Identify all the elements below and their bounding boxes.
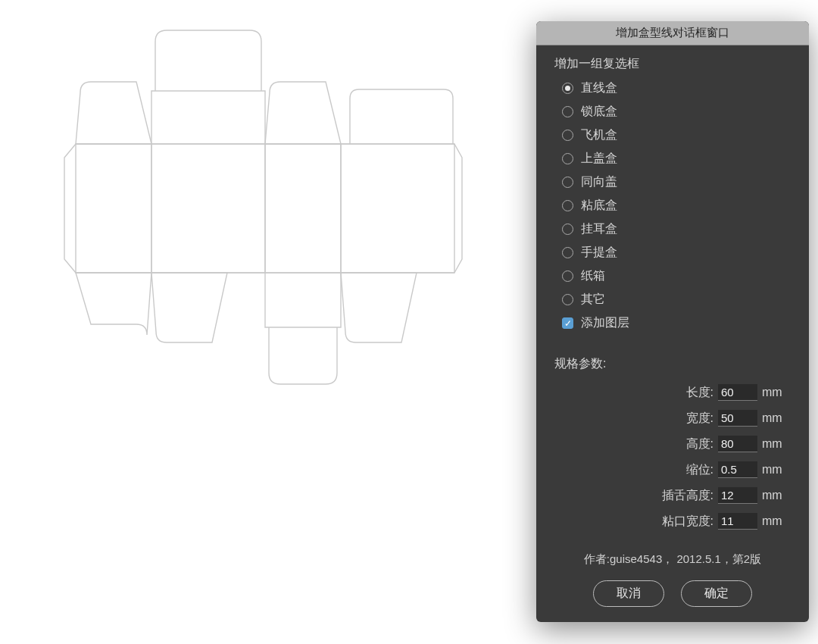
cancel-button[interactable]: 取消	[593, 580, 664, 607]
box-type-label: 飞机盒	[581, 127, 617, 143]
radio-icon	[562, 270, 573, 282]
dialog-buttons: 取消 确定	[554, 580, 791, 607]
box-type-label: 粘底盒	[581, 198, 617, 214]
param-label: 插舌高度:	[630, 488, 713, 504]
params-section-label: 规格参数:	[554, 356, 791, 372]
box-type-option[interactable]: 飞机盒	[562, 123, 791, 147]
param-unit: mm	[762, 411, 791, 425]
svg-rect-1	[151, 144, 265, 273]
param-row-width: 宽度:mm	[554, 405, 791, 431]
radio-icon	[562, 224, 573, 235]
param-label: 粘口宽度:	[630, 514, 713, 530]
checkbox-icon: ✓	[562, 317, 573, 329]
box-type-option[interactable]: 其它	[562, 288, 791, 311]
radio-icon	[562, 177, 573, 188]
param-row-tongue_h: 插舌高度:mm	[554, 483, 791, 508]
param-row-height: 高度:mm	[554, 431, 791, 457]
box-type-option[interactable]: 手提盒	[562, 241, 791, 264]
box-type-label: 挂耳盒	[581, 221, 617, 237]
svg-rect-0	[76, 144, 151, 273]
inset-input[interactable]	[718, 461, 757, 478]
box-dieline-svg	[0, 0, 545, 455]
param-unit: mm	[762, 386, 791, 399]
add-box-dialog: 增加盒型线对话框窗口 增加一组复选框 直线盒锁底盒飞机盒上盖盒同向盖粘底盒挂耳盒…	[536, 21, 809, 622]
radio-icon	[562, 83, 573, 94]
param-row-glue_w: 粘口宽度:mm	[554, 508, 791, 534]
radio-icon	[562, 130, 573, 141]
box-type-option[interactable]: 上盖盒	[562, 147, 791, 170]
param-label: 长度:	[630, 385, 713, 401]
radio-icon	[562, 247, 573, 258]
canvas-dieline	[0, 0, 545, 644]
box-type-option[interactable]: 挂耳盒	[562, 217, 791, 241]
svg-rect-3	[341, 144, 454, 273]
box-type-label: 直线盒	[581, 80, 617, 96]
box-type-option[interactable]: 直线盒	[562, 77, 791, 100]
width-input[interactable]	[718, 410, 757, 427]
param-unit: mm	[762, 437, 791, 451]
dialog-title: 增加盒型线对话框窗口	[536, 21, 809, 45]
dialog-body: 增加一组复选框 直线盒锁底盒飞机盒上盖盒同向盖粘底盒挂耳盒手提盒纸箱其它✓添加图…	[536, 45, 809, 622]
add-layer-label: 添加图层	[581, 315, 629, 331]
box-type-label: 锁底盒	[581, 104, 617, 120]
param-label: 高度:	[630, 436, 713, 452]
param-row-length: 长度:mm	[554, 380, 791, 405]
box-type-option[interactable]: 粘底盒	[562, 194, 791, 217]
ok-button[interactable]: 确定	[681, 580, 752, 607]
author-line: 作者:guise4543， 2012.5.1，第2版	[554, 552, 791, 567]
box-type-label: 纸箱	[581, 268, 605, 284]
params-list: 长度:mm宽度:mm高度:mm缩位:mm插舌高度:mm粘口宽度:mm	[554, 380, 791, 534]
param-unit: mm	[762, 514, 791, 528]
length-input[interactable]	[718, 384, 757, 401]
radio-icon	[562, 294, 573, 305]
box-type-label: 其它	[581, 292, 605, 308]
param-unit: mm	[762, 489, 791, 502]
box-type-list: 直线盒锁底盒飞机盒上盖盒同向盖粘底盒挂耳盒手提盒纸箱其它✓添加图层	[554, 77, 791, 335]
param-row-inset: 缩位:mm	[554, 457, 791, 483]
radio-icon	[562, 106, 573, 117]
glue_w-input[interactable]	[718, 513, 757, 530]
box-type-label: 手提盒	[581, 245, 617, 261]
box-type-option[interactable]: 同向盖	[562, 170, 791, 194]
box-type-group-label: 增加一组复选框	[554, 56, 791, 72]
param-unit: mm	[762, 463, 791, 477]
tongue_h-input[interactable]	[718, 487, 757, 504]
add-layer-option[interactable]: ✓添加图层	[562, 311, 791, 335]
radio-icon	[562, 200, 573, 211]
radio-icon	[562, 153, 573, 164]
svg-rect-2	[265, 144, 341, 273]
height-input[interactable]	[718, 436, 757, 452]
param-label: 缩位:	[630, 462, 713, 478]
box-type-option[interactable]: 纸箱	[562, 264, 791, 288]
box-type-option[interactable]: 锁底盒	[562, 100, 791, 123]
param-label: 宽度:	[630, 411, 713, 427]
box-type-label: 同向盖	[581, 174, 617, 190]
box-type-label: 上盖盒	[581, 151, 617, 167]
